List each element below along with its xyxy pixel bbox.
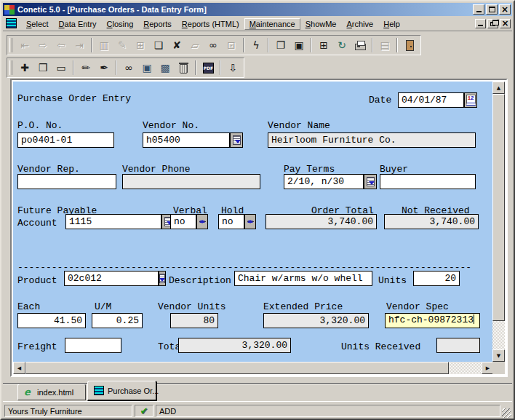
pdf-button[interactable]: PDF xyxy=(199,60,217,76)
exit-door-button[interactable] xyxy=(401,37,418,53)
vendor-units-field[interactable] xyxy=(170,313,218,328)
menu-select[interactable]: Select xyxy=(21,18,54,30)
resize-grip[interactable] xyxy=(502,408,511,418)
units-input[interactable] xyxy=(413,271,460,286)
nav-first-button[interactable]: ⇤ xyxy=(16,37,33,53)
not-received-field[interactable] xyxy=(384,214,479,229)
mdi-restore-button[interactable] xyxy=(487,19,498,28)
sign-pen-button[interactable]: ✒ xyxy=(95,60,113,76)
mdi-minimize-button[interactable] xyxy=(475,19,486,28)
verbal-spinner[interactable] xyxy=(196,214,208,229)
menu-closing[interactable]: Closing xyxy=(102,18,139,30)
menu-help[interactable]: Help xyxy=(378,18,405,30)
pay-terms-lookup-button[interactable] xyxy=(364,174,377,189)
find-record-button[interactable]: ▥ xyxy=(95,37,113,53)
maximize-button[interactable] xyxy=(486,4,498,15)
horizontal-scroll-thumb[interactable] xyxy=(25,362,449,374)
vertical-scroll-thumb[interactable] xyxy=(492,94,505,321)
product-input[interactable] xyxy=(64,271,159,286)
po-no-input[interactable] xyxy=(17,132,114,148)
image-check-button[interactable]: ▣ xyxy=(138,60,156,76)
form-window-button[interactable]: ⊞ xyxy=(315,37,332,53)
list-down-icon xyxy=(367,177,375,186)
scroll-up-button[interactable] xyxy=(492,82,505,94)
add-record-icon: ⊞ xyxy=(136,38,145,52)
product-lookup-button[interactable] xyxy=(159,271,166,286)
tab-purchase-orders[interactable]: Purchase Or... xyxy=(87,381,157,401)
vertical-scrollbar[interactable] xyxy=(492,82,505,362)
nav-last-button[interactable]: ⇥ xyxy=(71,37,88,53)
open-book-icon: ▭ xyxy=(56,60,65,75)
print-button[interactable] xyxy=(351,37,369,53)
browse-records-icon: ∞ xyxy=(209,38,217,52)
toolbar-separator xyxy=(243,38,244,52)
menu-reports[interactable]: Reports xyxy=(138,18,177,30)
each-input[interactable] xyxy=(17,313,86,328)
pay-terms-input[interactable] xyxy=(284,174,364,189)
account-input[interactable] xyxy=(65,214,161,229)
image-alt-button[interactable]: ▩ xyxy=(156,60,174,76)
stack-icon: ▤ xyxy=(380,38,389,52)
paste-button[interactable]: ▣ xyxy=(290,37,308,53)
hold-input[interactable] xyxy=(218,214,244,229)
tab-index-html[interactable]: e index.html xyxy=(17,384,86,400)
description-input[interactable] xyxy=(234,271,372,286)
vendor-spec-input[interactable]: hfc-ch-09872313 xyxy=(385,313,480,328)
extended-price-field[interactable] xyxy=(263,313,369,328)
freight-input[interactable] xyxy=(65,338,121,353)
refresh-button[interactable]: ↻ xyxy=(333,37,351,53)
spinner-updown-icon xyxy=(199,217,206,226)
verbal-input[interactable] xyxy=(170,214,196,229)
mdi-close-button[interactable] xyxy=(500,19,511,28)
nav-forward-button[interactable]: ⇨ xyxy=(34,37,52,53)
copy-button[interactable]: ❐ xyxy=(272,37,290,53)
units-received-field[interactable] xyxy=(436,338,480,353)
scroll-left-button[interactable] xyxy=(13,362,25,374)
browse-records-button[interactable]: ∞ xyxy=(204,37,222,53)
vendor-rep-input[interactable] xyxy=(17,174,116,189)
menu-showme[interactable]: ShowMe xyxy=(300,18,342,30)
trash-button[interactable] xyxy=(175,60,192,76)
toolbar-grip[interactable] xyxy=(9,60,12,75)
mdi-child-icon[interactable] xyxy=(6,18,17,28)
sign-pen-icon: ✒ xyxy=(100,60,108,75)
hold-spinner[interactable] xyxy=(244,214,256,229)
menu-data-entry[interactable]: Data Entry xyxy=(54,18,102,30)
erase-record-button[interactable]: ▱ xyxy=(186,37,204,53)
um-input[interactable] xyxy=(92,313,143,328)
close-button[interactable] xyxy=(499,4,511,15)
vendor-name-field[interactable] xyxy=(268,132,476,148)
buyer-input[interactable] xyxy=(380,174,476,189)
date-picker-button[interactable] xyxy=(464,92,477,108)
minimize-button[interactable] xyxy=(473,4,484,15)
new-record-button[interactable]: ✚ xyxy=(16,60,33,76)
search-binoculars-button[interactable]: ∞ xyxy=(120,60,137,76)
total-field[interactable] xyxy=(178,338,291,353)
vendor-phone-field[interactable] xyxy=(122,174,260,189)
menu-reports-html[interactable]: Reports (HTML) xyxy=(177,18,244,30)
edit-book-button[interactable]: ✏ xyxy=(77,60,95,76)
vendor-no-lookup-button[interactable] xyxy=(230,132,243,148)
scroll-down-button[interactable] xyxy=(492,349,505,362)
order-total-field[interactable] xyxy=(266,214,377,229)
nav-back-button[interactable]: ⇦ xyxy=(52,37,70,53)
date-input[interactable] xyxy=(398,92,464,108)
open-book-button[interactable]: ▭ xyxy=(52,60,70,76)
edit-record-button[interactable]: ✎ xyxy=(113,37,131,53)
app-window: Conetic 5.0 - [Purchase Orders - Data En… xyxy=(0,0,515,420)
vendor-no-input[interactable] xyxy=(143,132,230,148)
menu-archive[interactable]: Archive xyxy=(341,18,378,30)
delete-record-button[interactable]: ✘ xyxy=(168,37,185,53)
trash-icon xyxy=(180,64,188,74)
add-record-button[interactable]: ⊞ xyxy=(132,37,149,53)
stack-button[interactable]: ▤ xyxy=(376,37,394,53)
post-record-button[interactable]: ⊡ xyxy=(223,37,240,53)
zap-button[interactable]: ϟ xyxy=(247,37,265,53)
export-down-button[interactable]: ⇩ xyxy=(224,60,241,76)
menu-maintenance[interactable]: Maintenance xyxy=(244,18,300,30)
open-add-button[interactable]: ❒ xyxy=(34,60,52,76)
nav-first-icon: ⇤ xyxy=(20,38,29,52)
toolbar-grip[interactable] xyxy=(9,38,12,52)
horizontal-scrollbar[interactable] xyxy=(13,362,494,374)
duplicate-record-button[interactable]: ❏ xyxy=(150,37,167,53)
